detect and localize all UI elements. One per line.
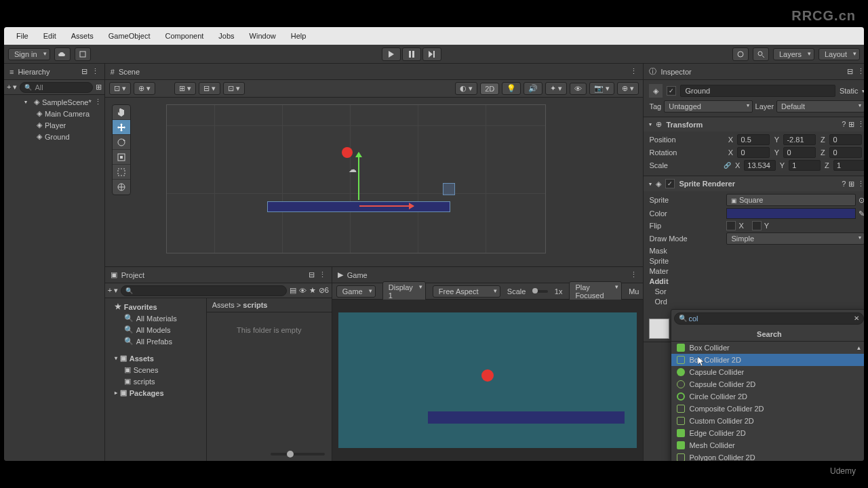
assets-folder[interactable]: ▾▣Assets bbox=[105, 352, 206, 364]
hierarchy-search[interactable]: 🔍 All bbox=[20, 82, 92, 93]
object-picker-icon[interactable]: ⊙ bbox=[859, 196, 864, 205]
project-lock-icon[interactable]: ⊟ bbox=[309, 270, 315, 279]
game-view[interactable] bbox=[332, 300, 644, 461]
grid-snap-icon[interactable]: ⊞ ▾ bbox=[174, 82, 196, 95]
project-menu-icon[interactable]: ⋮ bbox=[319, 270, 326, 279]
star-icon[interactable]: ★ bbox=[309, 286, 316, 295]
move-gizmo-y[interactable] bbox=[358, 152, 359, 200]
active-checkbox[interactable]: ✓ bbox=[667, 86, 676, 96]
favorites-folder[interactable]: ★Favorites bbox=[105, 301, 206, 312]
fav-all-prefabs[interactable]: 🔍All Prefabs bbox=[105, 336, 206, 347]
hierarchy-filter-icon[interactable]: ⊞ bbox=[96, 83, 102, 92]
hierarchy-menu-icon[interactable]: ⋮ bbox=[92, 67, 99, 76]
tag-dropdown[interactable]: Untagged bbox=[664, 100, 752, 113]
scroll-up-icon[interactable]: ▲ bbox=[856, 345, 862, 351]
constrain-icon[interactable]: 🔗 bbox=[724, 162, 731, 169]
eye-icon[interactable]: 👁 bbox=[299, 287, 307, 295]
search-result-composite-collider-2d[interactable]: Composite Collider 2D bbox=[671, 403, 864, 415]
2d-toggle[interactable]: 2D bbox=[480, 83, 499, 95]
static-dropdown[interactable]: ▾ bbox=[862, 88, 864, 94]
rotation-x-field[interactable]: 0 bbox=[737, 147, 770, 158]
hierarchy-item-player[interactable]: ◈ Player bbox=[4, 119, 104, 131]
display-dropdown[interactable]: Display 1 bbox=[382, 281, 426, 302]
search-result-custom-collider-2d[interactable]: Custom Collider 2D bbox=[671, 415, 864, 427]
expand-arrow-icon[interactable]: ▾ bbox=[24, 99, 31, 105]
search-result-polygon-collider-2d[interactable]: Polygon Collider 2D bbox=[671, 451, 864, 461]
component-menu-icon[interactable]: ⋮ bbox=[857, 120, 864, 129]
gizmos-dropdown-icon[interactable]: ⊕ ▾ bbox=[617, 82, 639, 95]
sprite-renderer-header[interactable]: ▾ ◈ ✓ Sprite Renderer ?⊞⋮ bbox=[644, 176, 864, 191]
search-result-mesh-collider[interactable]: Mesh Collider bbox=[671, 439, 864, 451]
rotate-tool[interactable] bbox=[113, 135, 130, 150]
move-gizmo-x[interactable] bbox=[359, 205, 414, 207]
help-icon[interactable]: ? bbox=[842, 180, 846, 188]
expand-arrow-icon[interactable]: ▸ bbox=[115, 390, 117, 396]
project-search[interactable]: 🔍 bbox=[121, 285, 286, 296]
layer-dropdown[interactable]: Default bbox=[776, 100, 864, 113]
fav-all-materials[interactable]: 🔍All Materials bbox=[105, 312, 206, 324]
draw-mode-dropdown[interactable]: Simple bbox=[726, 232, 864, 245]
fav-all-models[interactable]: 🔍All Models bbox=[105, 324, 206, 336]
scale-tool[interactable] bbox=[113, 150, 130, 165]
menu-jobs[interactable]: Jobs bbox=[212, 29, 241, 43]
create-dropdown[interactable]: + ▾ bbox=[108, 286, 118, 295]
search-result-box-collider[interactable]: Box Collider▲ bbox=[671, 342, 864, 354]
menu-component[interactable]: Component bbox=[158, 29, 210, 43]
menu-gameobject[interactable]: GameObject bbox=[102, 29, 157, 43]
aspect-dropdown[interactable]: Free Aspect bbox=[433, 285, 500, 298]
pivot-dropdown[interactable]: ⊡ ▾ bbox=[109, 82, 131, 95]
mute-label-truncated[interactable]: Mu bbox=[629, 287, 639, 296]
cloud-icon[interactable] bbox=[54, 47, 71, 61]
hierarchy-item-main-camera[interactable]: ◈ Main Camera bbox=[4, 108, 104, 119]
rotation-y-field[interactable]: 0 bbox=[783, 147, 816, 158]
play-focused-dropdown[interactable]: Play Focused bbox=[569, 281, 622, 302]
menu-edit[interactable]: Edit bbox=[37, 29, 63, 43]
filter-icon[interactable]: ▤ bbox=[290, 286, 296, 295]
fx-toggle-icon[interactable]: ✦ ▾ bbox=[545, 82, 567, 95]
eyedropper-icon[interactable]: ✎ bbox=[859, 209, 864, 218]
object-name-field[interactable]: Ground bbox=[680, 85, 835, 97]
player-sprite[interactable] bbox=[342, 147, 353, 158]
material-preview[interactable] bbox=[649, 319, 669, 339]
slider-thumb[interactable] bbox=[532, 288, 538, 293]
lighting-toggle-icon[interactable]: 💡 bbox=[502, 82, 521, 95]
search-result-edge-collider-2d[interactable]: Edge Collider 2D bbox=[671, 427, 864, 439]
pause-button[interactable] bbox=[402, 47, 421, 61]
scene-menu-icon[interactable]: ⋮ bbox=[630, 67, 637, 76]
position-x-field[interactable]: 0.5 bbox=[737, 134, 770, 145]
scale-x-field[interactable]: 13.534 bbox=[744, 160, 775, 171]
package-icon[interactable] bbox=[75, 47, 91, 61]
transform-tool[interactable] bbox=[113, 180, 130, 195]
inspector-menu-icon[interactable]: ⋮ bbox=[857, 67, 864, 76]
increment-snap-icon[interactable]: ⊟ ▾ bbox=[199, 82, 220, 95]
gameobject-icon[interactable]: ◈ bbox=[649, 84, 663, 98]
global-dropdown[interactable]: ⊕ ▾ bbox=[134, 82, 155, 95]
scale-y-field[interactable]: 1 bbox=[789, 160, 820, 171]
layers-dropdown[interactable]: Layers bbox=[773, 48, 814, 60]
hierarchy-scene-item[interactable]: ▾ ◈ SampleScene* ⋮ bbox=[4, 96, 104, 108]
scale-slider[interactable] bbox=[532, 290, 547, 293]
folder-scripts[interactable]: ▣scripts bbox=[105, 375, 206, 387]
preset-icon[interactable]: ⊞ bbox=[848, 120, 854, 129]
game-menu-icon[interactable]: ⋮ bbox=[630, 270, 637, 279]
breadcrumb-root[interactable]: Assets bbox=[212, 301, 235, 309]
play-button[interactable] bbox=[382, 47, 401, 61]
search-result-capsule-collider-2d[interactable]: Capsule Collider 2D bbox=[671, 378, 864, 390]
ground-sprite[interactable] bbox=[267, 201, 450, 212]
game-mode-dropdown[interactable]: Game bbox=[336, 285, 376, 298]
menu-window[interactable]: Window bbox=[243, 29, 283, 43]
search-result-circle-collider-2d[interactable]: Circle Collider 2D bbox=[671, 390, 864, 403]
sprite-field[interactable]: ▣ Square bbox=[726, 194, 856, 206]
inspector-lock-icon[interactable]: ⊟ bbox=[847, 67, 853, 76]
collapse-arrow-icon[interactable]: ▾ bbox=[649, 181, 652, 187]
position-y-field[interactable]: -2.81 bbox=[783, 134, 816, 145]
menu-file[interactable]: File bbox=[9, 29, 35, 43]
menu-assets[interactable]: Assets bbox=[64, 29, 100, 43]
camera-dropdown-icon[interactable]: 📷 ▾ bbox=[589, 82, 614, 95]
rotation-z-field[interactable]: 0 bbox=[829, 147, 862, 158]
component-search-field[interactable]: 🔍 col ✕ bbox=[674, 312, 864, 325]
component-menu-icon[interactable]: ⋮ bbox=[857, 180, 864, 188]
expand-arrow-icon[interactable]: ▾ bbox=[115, 355, 117, 361]
rect-tool[interactable] bbox=[113, 165, 130, 180]
scale-z-field[interactable]: 1 bbox=[833, 160, 864, 171]
